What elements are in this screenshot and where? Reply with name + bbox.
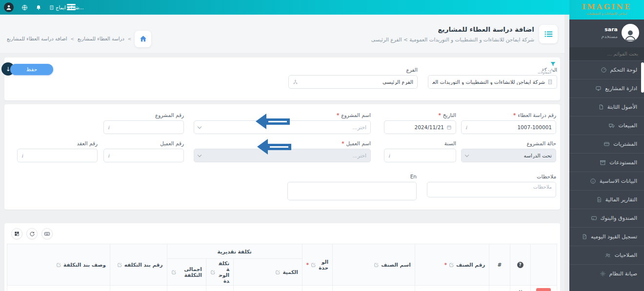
notes-en-textarea[interactable] (287, 182, 417, 200)
row-item-number-cell[interactable] (415, 286, 489, 291)
info-icon: i (108, 125, 109, 130)
bell-icon[interactable] (36, 4, 41, 11)
page-header: اضافة دراسة العطاء للمشاريع شركة ايماجن … (0, 15, 564, 54)
sidebar-item-project-management[interactable]: ادارة المشاريع (569, 79, 644, 97)
client-number-input[interactable]: i (103, 149, 184, 162)
edit-icon[interactable] (374, 262, 379, 268)
breadcrumb: > دراسة العطاء للمشاريع > اضافة دراسة ال… (7, 31, 151, 47)
date-input[interactable]: 2024/11/21 (384, 120, 456, 134)
edit-icon[interactable] (56, 262, 61, 268)
users-icon (604, 252, 611, 258)
company-filter-card: الشركة المقاولات شركة ايماجن للانشاءات و… (4, 58, 560, 100)
year-input[interactable]: i (384, 149, 456, 162)
col-group-estimated-cost: تكلفة تقديرية (167, 244, 302, 259)
sidebar-item-purchases[interactable]: المشتريات (569, 135, 644, 153)
info-icon: i (465, 125, 467, 130)
col-actions (530, 244, 557, 286)
edit-icon[interactable] (171, 270, 177, 275)
edit-icon[interactable] (311, 262, 316, 268)
contract-number-input[interactable]: i (17, 149, 98, 162)
sidebar-item-system-maintenance[interactable]: صيانة النظام (569, 264, 644, 283)
edit-icon[interactable] (117, 262, 122, 268)
branch-icon (293, 79, 298, 85)
breadcrumb-item[interactable]: اضافة دراسة العطاء للمشاريع (7, 36, 67, 41)
edit-icon[interactable] (210, 270, 216, 275)
notes-field: ملاحظات ملاحظات (427, 174, 556, 200)
row-cost-item-description-cell[interactable] (7, 286, 110, 291)
drag-handle-icon[interactable]: ⠿ (518, 290, 523, 291)
date-field: التاريخ* 2024/11/21 (384, 112, 456, 134)
logo-panel: IMAGINE ايماجن للانشاءات و التشطيبات (569, 0, 644, 19)
row-item-name-cell[interactable] (333, 286, 415, 291)
contract-number-field: رقم العقد i (17, 140, 98, 162)
search-input[interactable] (577, 51, 638, 57)
monitor-icon (595, 85, 602, 92)
row-actions-cell: × (530, 286, 557, 291)
row-unit-cell[interactable] (302, 286, 332, 291)
bank-card-icon (591, 215, 597, 221)
sidebar-item-dashboard[interactable]: لوحة التحكم (569, 60, 644, 79)
globe-icon[interactable] (21, 4, 28, 11)
sidebar-item-basic-data[interactable]: البيانات الاساسية (569, 172, 644, 190)
row-drag-cell: ⠿ (510, 286, 530, 291)
sidebar: IMAGINE ايماجن للانشاءات و التشطيبات sar… (569, 0, 644, 291)
edit-icon[interactable] (275, 270, 281, 275)
save-button[interactable]: حفظ (10, 64, 53, 75)
refresh-icon (29, 231, 35, 237)
project-status-select[interactable]: تحت الدراسه (461, 149, 556, 162)
branch-label: الفرع (406, 67, 418, 73)
row-cost-item-number-cell[interactable] (110, 286, 167, 291)
chevron-down-icon (465, 153, 469, 156)
col-cost-item-number: رقم بند التكلفه (110, 244, 167, 286)
hamburger-menu-icon[interactable] (67, 4, 76, 10)
company-field: الشركة المقاولات شركة ايماجن للانشاءات و… (428, 67, 557, 89)
project-number-input[interactable]: i (103, 120, 184, 134)
sidebar-item-sales[interactable]: المبيعات (569, 116, 644, 135)
grid-icon (14, 231, 20, 236)
sidebar-scrollbar-thumb[interactable] (641, 62, 644, 93)
sidebar-item-cash-banks[interactable]: الصندوق والبنوك (569, 209, 644, 227)
notes-textarea[interactable]: ملاحظات (427, 182, 556, 197)
list-menu-button[interactable] (539, 25, 558, 43)
delete-row-button[interactable]: × (536, 288, 551, 291)
client-name-select[interactable]: اختر... (194, 149, 371, 162)
logo-subtitle: ايماجن للانشاءات و التشطيبات (569, 12, 644, 16)
edit-icon[interactable] (449, 262, 454, 268)
user-role: مستخدم (602, 34, 618, 39)
tender-number-input[interactable]: 1007-100001 i (461, 120, 556, 134)
sidebar-item-warehouses[interactable]: المستودعات (569, 153, 644, 172)
sidebar-item-permissions[interactable]: الصلاحيات (569, 246, 644, 264)
row-unit-cost-cell[interactable]: 0 (206, 286, 233, 291)
home-button[interactable] (135, 31, 151, 47)
journal-file-icon (582, 233, 587, 240)
sidebar-item-financial-reports[interactable]: التقارير المالية (569, 190, 644, 209)
layout-grid-button[interactable] (11, 228, 22, 239)
col-total-cost: اجمالى التكلفة (167, 259, 206, 286)
row-total-cost-cell[interactable]: 0 (167, 286, 206, 291)
info-icon: i (108, 153, 109, 158)
info-icon: i (21, 153, 23, 158)
refresh-button[interactable] (26, 228, 38, 239)
sidebar-item-fixed-assets[interactable]: الأصول الثابتة (569, 97, 644, 116)
main-scrollbar[interactable] (564, 15, 569, 291)
keyboard-shortcuts-button[interactable] (41, 228, 53, 239)
avatar[interactable] (622, 24, 639, 41)
company-input[interactable]: المقاولات شركة ايماجن للانشاءات و التشطي… (428, 75, 557, 89)
card-icon (604, 141, 610, 147)
table-toolbar (4, 223, 560, 244)
items-table: ? # رقم الصنف* اسم الصنف الوحدة* (7, 244, 557, 291)
col-unit: الوحدة* (302, 244, 332, 286)
filter-icon[interactable] (550, 60, 556, 69)
crumb-separator: > (128, 37, 132, 41)
client-number-field: رقم العميل i (103, 140, 184, 162)
help-icon[interactable]: ? (517, 262, 523, 268)
chevron-down-icon (198, 124, 201, 128)
list-icon (543, 29, 553, 39)
user-avatar-button[interactable] (4, 2, 14, 12)
col-quantity: الكمية (234, 259, 302, 286)
breadcrumb-item[interactable]: دراسة العطاء للمشاريع (78, 36, 124, 41)
branch-field: الفرع الفرع الرئيسى (288, 67, 418, 89)
branch-input[interactable]: الفرع الرئيسى (288, 75, 418, 89)
sidebar-item-journal-entries[interactable]: تسجيل القيود اليوميه (569, 227, 644, 246)
row-quantity-cell[interactable]: 0 (234, 286, 302, 291)
